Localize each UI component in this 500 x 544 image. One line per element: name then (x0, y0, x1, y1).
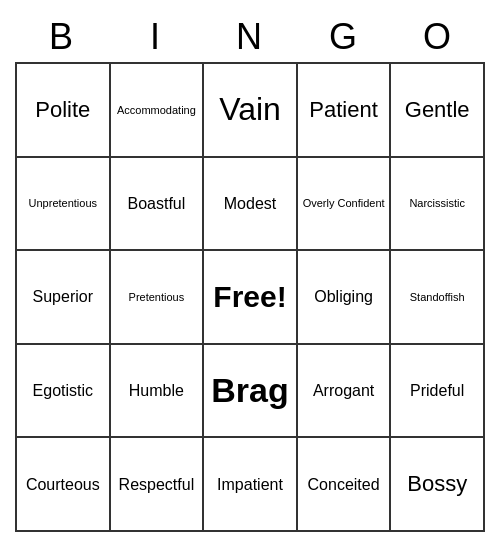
cell-label: Respectful (119, 475, 195, 494)
bingo-grid: PoliteAccommodatingVainPatientGentleUnpr… (15, 62, 485, 532)
bingo-cell: Conceited (298, 438, 392, 532)
bingo-cell: Humble (111, 345, 205, 439)
bingo-cell: Vain (204, 64, 298, 158)
bingo-cell: Polite (17, 64, 111, 158)
cell-label: Unpretentious (29, 196, 98, 210)
bingo-cell: Standoffish (391, 251, 485, 345)
cell-label: Conceited (308, 475, 380, 494)
cell-label: Narcissistic (409, 196, 465, 210)
cell-label: Standoffish (410, 290, 465, 304)
bingo-cell: Accommodating (111, 64, 205, 158)
cell-label: Humble (129, 381, 184, 400)
header-letter: G (297, 12, 391, 62)
bingo-header: BINGO (15, 12, 485, 62)
bingo-cell: Brag (204, 345, 298, 439)
cell-label: Boastful (127, 194, 185, 213)
cell-label: Prideful (410, 381, 464, 400)
bingo-cell: Gentle (391, 64, 485, 158)
bingo-cell: Free! (204, 251, 298, 345)
cell-label: Free! (213, 280, 286, 314)
cell-label: Bossy (407, 471, 467, 497)
bingo-cell: Prideful (391, 345, 485, 439)
header-letter: O (391, 12, 485, 62)
cell-label: Patient (309, 97, 378, 123)
bingo-cell: Superior (17, 251, 111, 345)
cell-label: Gentle (405, 97, 470, 123)
cell-label: Pretentious (129, 290, 185, 304)
bingo-cell: Obliging (298, 251, 392, 345)
cell-label: Overly Confident (303, 196, 385, 210)
header-letter: B (15, 12, 109, 62)
cell-label: Egotistic (33, 381, 93, 400)
bingo-cell: Impatient (204, 438, 298, 532)
cell-label: Impatient (217, 475, 283, 494)
bingo-card: BINGO PoliteAccommodatingVainPatientGent… (15, 12, 485, 532)
bingo-cell: Narcissistic (391, 158, 485, 252)
cell-label: Arrogant (313, 381, 374, 400)
bingo-cell: Egotistic (17, 345, 111, 439)
header-letter: I (109, 12, 203, 62)
cell-label: Brag (211, 371, 288, 410)
cell-label: Superior (33, 287, 93, 306)
cell-label: Modest (224, 194, 276, 213)
cell-label: Courteous (26, 475, 100, 494)
cell-label: Polite (35, 97, 90, 123)
bingo-cell: Arrogant (298, 345, 392, 439)
cell-label: Vain (219, 92, 281, 127)
bingo-cell: Overly Confident (298, 158, 392, 252)
bingo-cell: Pretentious (111, 251, 205, 345)
cell-label: Accommodating (117, 103, 196, 117)
bingo-cell: Patient (298, 64, 392, 158)
bingo-cell: Unpretentious (17, 158, 111, 252)
bingo-cell: Modest (204, 158, 298, 252)
header-letter: N (203, 12, 297, 62)
bingo-cell: Respectful (111, 438, 205, 532)
cell-label: Obliging (314, 287, 373, 306)
bingo-cell: Bossy (391, 438, 485, 532)
bingo-cell: Boastful (111, 158, 205, 252)
bingo-cell: Courteous (17, 438, 111, 532)
